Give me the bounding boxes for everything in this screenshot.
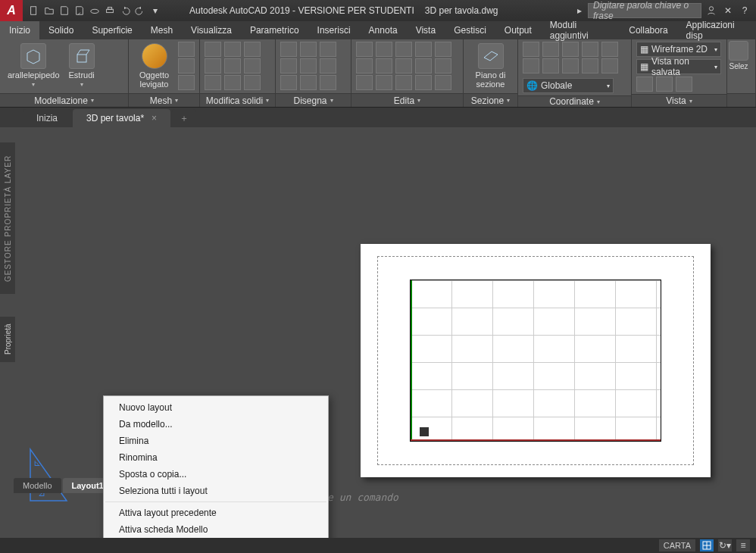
saveas-icon[interactable]: [73, 4, 86, 17]
ms7[interactable]: [244, 42, 261, 57]
ms8[interactable]: [244, 58, 261, 73]
doc-tab-add[interactable]: ＋: [172, 109, 196, 127]
menu-tab-vista[interactable]: Vista: [407, 21, 445, 39]
e15[interactable]: [435, 75, 451, 90]
e3[interactable]: [356, 75, 373, 90]
c4[interactable]: [542, 58, 559, 73]
menu-tab-applicazioni[interactable]: Applicazioni disp: [677, 21, 756, 39]
status-refresh-icon[interactable]: ↻▾: [718, 539, 732, 551]
ms9[interactable]: [244, 75, 261, 90]
e7[interactable]: [395, 42, 412, 57]
panel-disegna-label[interactable]: Disegna▾: [276, 93, 351, 107]
close-icon[interactable]: ×: [152, 113, 157, 123]
ms1[interactable]: [205, 42, 221, 57]
e4[interactable]: [376, 42, 392, 57]
c10[interactable]: [601, 58, 618, 73]
redo-icon[interactable]: [133, 4, 147, 17]
e1[interactable]: [356, 42, 373, 57]
c7[interactable]: [582, 42, 598, 57]
c8[interactable]: [582, 58, 598, 73]
d5[interactable]: [300, 58, 317, 73]
command-line[interactable]: e un comando: [327, 492, 398, 503]
e12[interactable]: [415, 75, 432, 90]
e14[interactable]: [435, 58, 451, 73]
app-logo[interactable]: A: [0, 0, 23, 21]
d9[interactable]: [320, 75, 336, 90]
doc-tab-file[interactable]: 3D per tavola*×: [73, 109, 170, 127]
c9[interactable]: [601, 42, 618, 57]
undo-icon[interactable]: [118, 4, 132, 17]
panel-edita-label[interactable]: Edita▾: [351, 93, 463, 107]
help-icon[interactable]: ?: [738, 4, 751, 17]
d4[interactable]: [300, 42, 317, 57]
ms6[interactable]: [224, 75, 241, 90]
panel-modellazione-label[interactable]: Modellazione▾: [0, 93, 128, 107]
ms4[interactable]: [224, 42, 241, 57]
c2[interactable]: [523, 58, 539, 73]
open-icon[interactable]: [42, 4, 56, 17]
exchange-icon[interactable]: ✕: [721, 4, 735, 17]
mesh-opt1-button[interactable]: [178, 42, 195, 57]
status-menu-icon[interactable]: ≡: [736, 539, 750, 551]
new-icon[interactable]: [27, 4, 41, 17]
qat-dropdown-icon[interactable]: ▾: [148, 4, 162, 17]
d8[interactable]: [320, 58, 336, 73]
ctx-activate-model[interactable]: Attiva scheda Modello: [104, 521, 328, 538]
doc-tab-start[interactable]: Inizia: [23, 109, 71, 127]
panel-sezione-label[interactable]: Sezione▾: [464, 93, 517, 107]
visual-style-dropdown[interactable]: ▦ Wireframe 2D ▾: [636, 42, 721, 57]
ctx-move-copy[interactable]: Sposta o copia...: [104, 466, 328, 483]
ctx-from-template[interactable]: Da modello...: [104, 416, 328, 433]
menu-tab-superficie[interactable]: Superficie: [83, 21, 141, 39]
c6[interactable]: [562, 58, 579, 73]
saved-view-dropdown[interactable]: ▦ Vista non salvata ▾: [636, 59, 721, 74]
menu-tab-inizio[interactable]: Inizio: [0, 21, 39, 39]
ctx-new-layout[interactable]: Nuovo layout: [104, 399, 328, 416]
menu-tab-solido[interactable]: Solido: [39, 21, 83, 39]
section-plane-button[interactable]: Piano di sezione: [468, 42, 513, 90]
e10[interactable]: [415, 42, 432, 57]
v3[interactable]: [676, 77, 692, 92]
menu-tab-visualizza[interactable]: Visualizza: [182, 21, 241, 39]
menu-tab-inserisci[interactable]: Inserisci: [308, 21, 360, 39]
panel-coordinate-label[interactable]: Coordinate▾: [518, 95, 631, 107]
d1[interactable]: [280, 42, 297, 57]
panel-modifica-solidi-label[interactable]: Modifica solidi▾: [200, 93, 275, 107]
signin-icon[interactable]: [704, 4, 718, 17]
ctx-prev-layout[interactable]: Attiva layout precedente: [104, 505, 328, 521]
e2[interactable]: [356, 58, 373, 73]
d3[interactable]: [280, 75, 297, 90]
menu-tab-moduli[interactable]: Moduli aggiuntivi: [541, 21, 620, 39]
menu-tab-output[interactable]: Output: [495, 21, 541, 39]
mesh-opt2-button[interactable]: [178, 58, 195, 73]
select-button[interactable]: Selez: [729, 41, 748, 70]
d6[interactable]: [300, 75, 317, 90]
box-button[interactable]: arallelepipedo ▾: [5, 42, 63, 89]
smooth-object-button[interactable]: Oggetto levigato: [133, 42, 175, 90]
v2[interactable]: [656, 77, 673, 92]
drawing-area[interactable]: GESTORE PROPRIETÀ LAYER Proprietà ⊾⊿ e u…: [0, 127, 756, 508]
layout-tab-model[interactable]: Modello: [14, 478, 61, 493]
menu-tab-annota[interactable]: Annota: [360, 21, 407, 39]
status-space[interactable]: CARTA: [659, 539, 695, 551]
status-grid-icon[interactable]: [700, 539, 714, 551]
layer-palette-handle[interactable]: GESTORE PROPRIETÀ LAYER: [0, 142, 15, 294]
mesh-opt3-button[interactable]: [178, 75, 195, 90]
v1[interactable]: [636, 77, 653, 92]
menu-tab-mesh[interactable]: Mesh: [142, 21, 182, 39]
e11[interactable]: [415, 58, 432, 73]
save-icon[interactable]: [58, 4, 71, 17]
panel-mesh-label[interactable]: Mesh▾: [129, 93, 199, 107]
c3[interactable]: [542, 42, 559, 57]
print-icon[interactable]: [103, 4, 117, 17]
ctx-rename[interactable]: Rinomina: [104, 449, 328, 466]
e8[interactable]: [395, 58, 412, 73]
extrude-button[interactable]: Estrudi ▾: [66, 42, 98, 89]
e13[interactable]: [435, 42, 451, 57]
ucs-dropdown[interactable]: 🌐 Globale ▾: [523, 78, 614, 93]
menu-tab-parametrico[interactable]: Parametrico: [241, 21, 308, 39]
e5[interactable]: [376, 58, 392, 73]
c5[interactable]: [562, 42, 579, 57]
d2[interactable]: [280, 58, 297, 73]
e6[interactable]: [376, 75, 392, 90]
